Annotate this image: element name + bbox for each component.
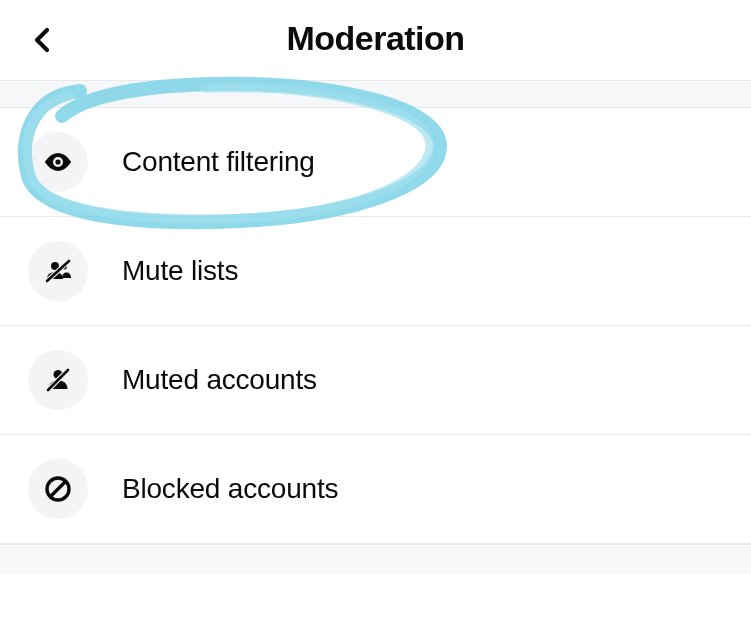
chevron-left-icon xyxy=(33,27,51,53)
users-slash-icon xyxy=(42,255,74,287)
menu-item-label: Blocked accounts xyxy=(122,473,338,505)
svg-line-10 xyxy=(51,482,66,497)
user-slash-icon-container xyxy=(28,350,88,410)
header-bar: Moderation xyxy=(0,0,751,80)
section-separator xyxy=(0,80,751,108)
back-button[interactable] xyxy=(28,26,56,54)
menu-item-content-filtering[interactable]: Content filtering xyxy=(0,108,751,217)
menu-item-blocked-accounts[interactable]: Blocked accounts xyxy=(0,435,751,544)
eye-icon xyxy=(42,146,74,178)
menu-item-label: Muted accounts xyxy=(122,364,317,396)
footer-separator xyxy=(0,544,751,574)
moderation-menu: Content filtering Mute lists Muted accou xyxy=(0,108,751,544)
menu-item-label: Content filtering xyxy=(122,146,315,178)
svg-point-1 xyxy=(55,159,60,164)
user-slash-icon xyxy=(42,364,74,396)
eye-icon-container xyxy=(28,132,88,192)
page-title: Moderation xyxy=(24,19,727,58)
menu-item-mute-lists[interactable]: Mute lists xyxy=(0,217,751,326)
users-slash-icon-container xyxy=(28,241,88,301)
menu-item-muted-accounts[interactable]: Muted accounts xyxy=(0,326,751,435)
block-icon-container xyxy=(28,459,88,519)
menu-item-label: Mute lists xyxy=(122,255,238,287)
block-icon xyxy=(42,473,74,505)
